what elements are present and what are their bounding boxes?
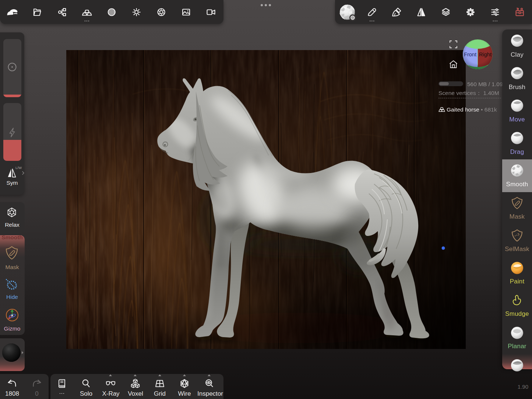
svg-text:L/W: L/W bbox=[15, 166, 22, 170]
